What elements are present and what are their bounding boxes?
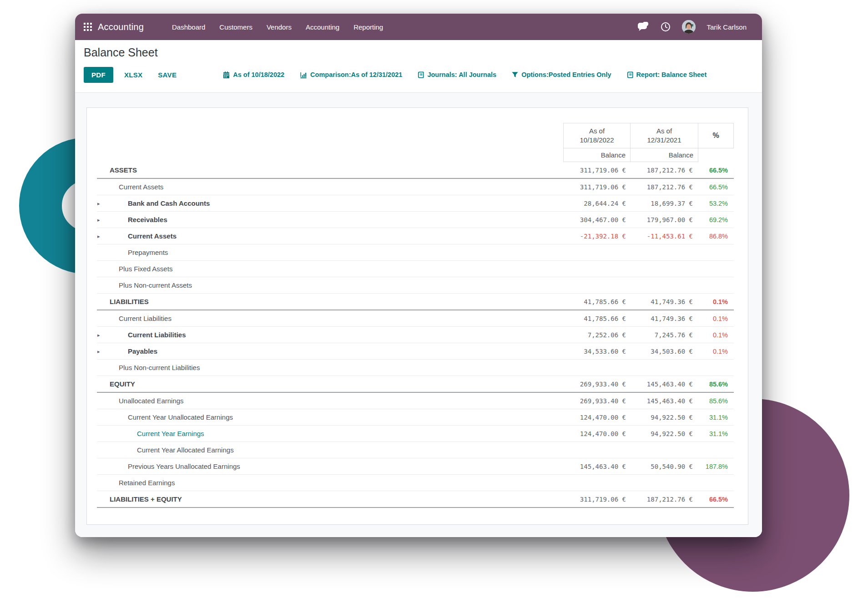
filter-button[interactable]: Options:Posted Entries Only bbox=[512, 71, 611, 78]
messages-icon[interactable] bbox=[637, 22, 649, 32]
table-row: ▸ LIABILITIES 41,785.66 € 41,749.36 € 0.… bbox=[97, 294, 734, 310]
expand-caret-icon[interactable]: ▸ bbox=[97, 233, 100, 239]
row-label: Plus Non-current Assets bbox=[97, 281, 192, 289]
row-label: LIABILITIES + EQUITY bbox=[97, 495, 182, 503]
row-label: Previous Years Unallocated Earnings bbox=[97, 462, 240, 470]
header-spacer bbox=[698, 148, 734, 162]
report-toolbar: PDF XLSX SAVE As of 10/18/2022 Compariso… bbox=[84, 66, 750, 83]
row-label: EQUITY bbox=[97, 380, 135, 388]
expand-caret-icon[interactable]: ▸ bbox=[97, 348, 100, 354]
row-label: Current Liabilities bbox=[97, 331, 186, 339]
nav-menu-item-customers[interactable]: Customers bbox=[219, 23, 252, 31]
row-label: Receivables bbox=[97, 216, 167, 223]
row-percent: 53.2% bbox=[698, 200, 734, 207]
row-balance-period-1: 311,719.06 € bbox=[563, 183, 631, 191]
apps-grid-icon[interactable] bbox=[84, 23, 92, 31]
row-percent: 66.5% bbox=[698, 167, 734, 174]
journals-icon bbox=[418, 71, 424, 78]
export-buttons: PDF XLSX SAVE bbox=[84, 67, 181, 83]
header-spacer bbox=[97, 123, 563, 148]
row-percent: 69.2% bbox=[698, 216, 734, 223]
navbar-right: Tarik Carlson bbox=[637, 20, 747, 34]
xlsx-button[interactable]: XLSX bbox=[120, 67, 147, 83]
report-content: As of 10/18/2022 As of 12/31/2021 % Bala… bbox=[75, 93, 762, 537]
row-balance-period-2: 145,463.40 € bbox=[631, 397, 698, 405]
pdf-button[interactable]: PDF bbox=[84, 67, 113, 83]
user-avatar[interactable] bbox=[682, 20, 696, 34]
table-row: ▸ Plus Non-current Assets bbox=[97, 277, 734, 294]
table-row: ▸ Current Year Earnings 124,470.00 € 94,… bbox=[97, 426, 734, 442]
nav-menu-item-reporting[interactable]: Reporting bbox=[353, 23, 383, 31]
row-balance-period-1: 28,644.24 € bbox=[563, 200, 631, 207]
row-label: Prepayments bbox=[97, 249, 168, 256]
row-percent: 31.1% bbox=[698, 430, 734, 437]
filter-button[interactable]: Comparison:As of 12/31/2021 bbox=[300, 71, 402, 78]
filter-button[interactable]: Journals: All Journals bbox=[418, 71, 496, 78]
row-balance-period-2: 187,212.76 € bbox=[631, 183, 698, 191]
table-row: ▸ Bank and Cash Accounts 28,644.24 € 18,… bbox=[97, 195, 734, 212]
comparison-icon bbox=[300, 71, 307, 78]
row-label: Payables bbox=[97, 347, 157, 355]
row-label: Current Year Unallocated Earnings bbox=[97, 413, 233, 421]
header-spacer bbox=[97, 148, 563, 162]
row-balance-period-1: 34,533.60 € bbox=[563, 348, 631, 355]
row-percent: 0.1% bbox=[698, 298, 734, 305]
row-label: Retained Earnings bbox=[97, 479, 175, 487]
table-row: ▸ Retained Earnings bbox=[97, 475, 734, 491]
row-balance-period-2: 187,212.76 € bbox=[631, 496, 698, 503]
row-balance-period-1: 41,785.66 € bbox=[563, 315, 631, 322]
row-balance-period-2: 41,749.36 € bbox=[631, 298, 698, 305]
row-balance-period-1: 311,719.06 € bbox=[563, 167, 631, 174]
row-balance-period-2: 187,212.76 € bbox=[631, 167, 698, 174]
row-percent: 66.5% bbox=[698, 496, 734, 503]
app-window: Accounting Dashboard Customers Vendors A… bbox=[75, 14, 762, 537]
row-balance-period-1: 145,463.40 € bbox=[563, 463, 631, 470]
filter-button[interactable]: Report: Balance Sheet bbox=[627, 71, 707, 78]
row-balance-period-1: 269,933.40 € bbox=[563, 397, 631, 405]
row-label[interactable]: Current Year Earnings bbox=[97, 430, 204, 437]
column-header-period-1: As of 10/18/2022 bbox=[563, 123, 631, 148]
row-label: Plus Fixed Assets bbox=[97, 265, 172, 273]
table-row: ▸ Current Liabilities 41,785.66 € 41,749… bbox=[97, 310, 734, 327]
main-menu: Dashboard Customers Vendors Accounting R… bbox=[172, 23, 383, 31]
save-button[interactable]: SAVE bbox=[153, 67, 181, 83]
activities-clock-icon[interactable] bbox=[660, 21, 671, 32]
table-header: As of 10/18/2022 As of 12/31/2021 % Bala… bbox=[97, 123, 734, 162]
row-balance-period-1: 124,470.00 € bbox=[563, 414, 631, 421]
table-row: ▸ ASSETS 311,719.06 € 187,212.76 € 66.5% bbox=[97, 162, 734, 179]
user-name[interactable]: Tarik Carlson bbox=[707, 23, 747, 31]
row-balance-period-1: 311,719.06 € bbox=[563, 496, 631, 503]
expand-caret-icon[interactable]: ▸ bbox=[97, 332, 100, 338]
table-row: ▸ LIABILITIES + EQUITY 311,719.06 € 187,… bbox=[97, 491, 734, 508]
row-balance-period-1: 269,933.40 € bbox=[563, 381, 631, 388]
row-balance-period-2: 34,503.60 € bbox=[631, 348, 698, 355]
nav-menu-item-vendors[interactable]: Vendors bbox=[267, 23, 292, 31]
table-row: ▸ Current Year Unallocated Earnings 124,… bbox=[97, 409, 734, 426]
app-brand[interactable]: Accounting bbox=[98, 22, 144, 32]
report-card: As of 10/18/2022 As of 12/31/2021 % Bala… bbox=[86, 107, 748, 525]
report-header: Balance Sheet PDF XLSX SAVE As of 10/18/… bbox=[75, 40, 762, 93]
nav-menu-item-dashboard[interactable]: Dashboard bbox=[172, 23, 205, 31]
report-filters: As of 10/18/2022 Comparison:As of 12/31/… bbox=[223, 71, 707, 78]
table-row: ▸ Prepayments bbox=[97, 244, 734, 261]
expand-caret-icon[interactable]: ▸ bbox=[97, 217, 100, 223]
row-label: Current Year Allocated Earnings bbox=[97, 446, 234, 454]
table-row: ▸ Current Year Allocated Earnings bbox=[97, 442, 734, 458]
filter-button[interactable]: As of 10/18/2022 bbox=[223, 71, 284, 78]
row-percent: 0.1% bbox=[698, 348, 734, 355]
subheader-balance-2: Balance bbox=[630, 148, 698, 162]
nav-menu-item-accounting[interactable]: Accounting bbox=[306, 23, 339, 31]
table-row: ▸ Payables 34,533.60 € 34,503.60 € 0.1% bbox=[97, 343, 734, 360]
table-header-row-periods: As of 10/18/2022 As of 12/31/2021 % bbox=[97, 123, 734, 148]
row-label: Current Assets bbox=[97, 183, 163, 191]
row-label: Plus Non-current Liabilities bbox=[97, 364, 200, 371]
top-navbar: Accounting Dashboard Customers Vendors A… bbox=[75, 14, 762, 40]
column-header-percent: % bbox=[698, 123, 734, 148]
report-icon bbox=[627, 71, 633, 78]
column-header-period-2: As of 12/31/2021 bbox=[630, 123, 698, 148]
expand-caret-icon[interactable]: ▸ bbox=[97, 200, 100, 206]
table-body: ▸ ASSETS 311,719.06 € 187,212.76 € 66.5%… bbox=[97, 162, 734, 508]
row-percent: 0.1% bbox=[698, 331, 734, 339]
row-percent: 85.6% bbox=[698, 397, 734, 405]
row-balance-period-1: 304,467.00 € bbox=[563, 216, 631, 223]
